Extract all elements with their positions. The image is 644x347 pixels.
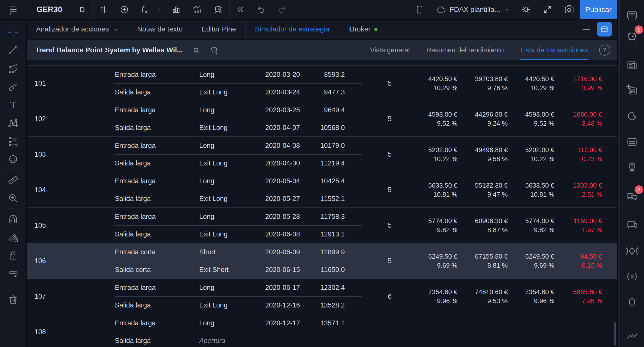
layout-button[interactable]	[409, 0, 430, 19]
strategy-tab[interactable]: Resumen del rendimiento	[426, 40, 504, 60]
magnet-mode[interactable]	[0, 210, 26, 228]
chart-settings-button[interactable]	[515, 0, 537, 19]
fullscreen-button[interactable]	[537, 0, 558, 19]
runup-percent: 10.29 %	[530, 83, 554, 92]
trade-exit-date: 2020-04-07	[255, 119, 300, 136]
status-dot	[374, 28, 378, 31]
private-chat-button[interactable]	[625, 218, 639, 232]
trade-number: 102	[27, 101, 115, 136]
help-button[interactable]: ?	[599, 45, 610, 56]
panel-tab[interactable]: Analizador de acciones	[27, 20, 128, 39]
main-menu-button[interactable]	[0, 0, 27, 19]
indicators-button[interactable]: ƒx	[135, 0, 153, 19]
toolbar-spacer	[292, 0, 409, 19]
news-button[interactable]	[625, 58, 639, 72]
drawdown-percent: 3.99 %	[582, 83, 602, 92]
panel-tab[interactable]: Notas de texto	[128, 20, 192, 39]
strategy-title[interactable]: Trend Balance Point System by Welles Wil…	[35, 46, 183, 54]
indicators-dropdown-button[interactable]	[153, 0, 165, 19]
alert-add-button[interactable]	[208, 0, 229, 19]
trade-entry-type: Entrada larga	[115, 66, 199, 83]
trade-row[interactable]: 101 Entrada larga Long 2020-03-20 8593.2…	[27, 65, 617, 101]
strategy-tab[interactable]: Vista general	[370, 40, 410, 60]
trade-row[interactable]: 102 Entrada larga Long 2020-03-25 9649.4…	[27, 101, 617, 136]
trade-exit-signal: Exit Long	[199, 83, 255, 101]
public-chats-button[interactable]: 2	[625, 189, 639, 203]
fundamentals-button[interactable]	[165, 0, 187, 19]
strategy-alert-button[interactable]	[210, 45, 220, 55]
trade-exit-type: Salida larga	[115, 60, 199, 60]
minimize-panel-button[interactable]	[583, 29, 590, 30]
help-question-icon: ?	[603, 47, 606, 54]
hide-drawings[interactable]	[0, 264, 26, 283]
panel-tab[interactable]: iBroker	[339, 20, 387, 39]
trade-row[interactable]: 106 Entrada corta Short 2020-06-09 12899…	[27, 243, 617, 279]
trade-cumulative-profit: 67155.80 € 8.81 %	[457, 243, 508, 279]
trade-runup	[508, 314, 554, 347]
trade-cumulative-profit: 44296.80 € 9.24 %	[457, 101, 508, 136]
strategy-tab[interactable]: Lista de transacciones	[520, 40, 588, 60]
trade-entry-date: 2020-03-25	[255, 101, 300, 119]
profit-value: 4593.00 €	[428, 110, 457, 119]
trend-line-tool[interactable]	[0, 41, 26, 59]
remove-trash-icon	[7, 294, 19, 306]
trade-row[interactable]: 107 Entrada larga Long 2020-06-17 12302.…	[27, 279, 617, 314]
drawdown-value: 1716.00 €	[573, 74, 602, 83]
compare-add-button[interactable]	[114, 0, 135, 19]
maximize-panel-button[interactable]	[597, 22, 612, 37]
trade-exit-type: Salida corta	[115, 261, 199, 279]
cumulative-percent: 8.87 %	[487, 225, 508, 234]
bar-settings-button[interactable]	[93, 0, 114, 19]
trade-row[interactable]: 105 Entrada larga Long 2020-05-28 11758.…	[27, 207, 617, 243]
order-panel-button[interactable]	[625, 329, 639, 343]
text-tool[interactable]: T	[0, 96, 26, 114]
panel-tab[interactable]: Editor Pine	[192, 20, 246, 39]
chart-patterns-button[interactable]	[187, 0, 208, 19]
trade-row[interactable]: 108 Entrada larga Long 2020-12-17 13571.…	[27, 314, 617, 347]
publish-button[interactable]: Publicar	[580, 0, 617, 19]
emoji-tool[interactable]	[0, 150, 26, 168]
watchlist-button[interactable]	[625, 8, 639, 22]
replay-button[interactable]	[230, 0, 251, 19]
lock-all-drawings[interactable]	[0, 246, 26, 264]
trade-number: 101	[27, 66, 115, 101]
hotlists-button[interactable]	[625, 110, 639, 124]
xabcd-pattern-tool[interactable]	[0, 114, 26, 132]
notifications-button[interactable]	[625, 295, 639, 309]
streams-button[interactable]	[625, 269, 639, 284]
snapshot-button[interactable]	[558, 0, 580, 19]
ideas-button[interactable]	[625, 160, 639, 174]
trade-row[interactable]: 103 Entrada larga Long 2020-04-08 10179.…	[27, 136, 617, 172]
undo-button[interactable]	[251, 0, 272, 19]
calendar-button[interactable]	[625, 135, 639, 149]
measure-tool[interactable]	[0, 171, 26, 189]
symbol-search-button[interactable]: GER30	[27, 0, 72, 19]
row-divider	[115, 83, 362, 84]
strategy-settings-button[interactable]	[191, 45, 201, 55]
strategy-tab-label: Resumen del rendimiento	[426, 46, 504, 54]
chart-template-button[interactable]: FDAX plantilla...	[430, 0, 515, 19]
zoom-in-tool[interactable]	[0, 189, 26, 207]
streams-icon	[626, 270, 638, 283]
partial-table-row: Salida larga Exit Long	[27, 60, 617, 65]
panel-window-controls	[583, 20, 614, 39]
table-scrollbar[interactable]	[614, 322, 616, 345]
trade-exit-date	[255, 332, 300, 347]
panel-tab[interactable]: Simulador de estrategia	[246, 20, 339, 39]
fib-retracement-tool[interactable]	[0, 59, 26, 78]
long-position-tool[interactable]	[0, 132, 26, 150]
panel-tab-label: iBroker	[348, 25, 371, 33]
trade-row[interactable]: 104 Entrada larga Long 2020-05-04 10425.…	[27, 172, 617, 207]
remove-drawings[interactable]	[0, 291, 26, 309]
interval-button[interactable]: D	[72, 0, 92, 19]
ideas-stream-button[interactable]	[625, 244, 639, 258]
drawing-mode-lock[interactable]	[0, 228, 26, 246]
alerts-button[interactable]: 1	[625, 29, 639, 43]
redo-button[interactable]	[272, 0, 292, 19]
trade-runup: 4420.50 € 10.29 %	[508, 66, 554, 101]
sidebar-divider	[4, 169, 22, 170]
data-window-button[interactable]	[625, 83, 639, 97]
crosshair-tool[interactable]	[0, 23, 26, 41]
brush-tool[interactable]	[0, 78, 26, 96]
sidebar-resize-handle[interactable]	[618, 0, 620, 347]
